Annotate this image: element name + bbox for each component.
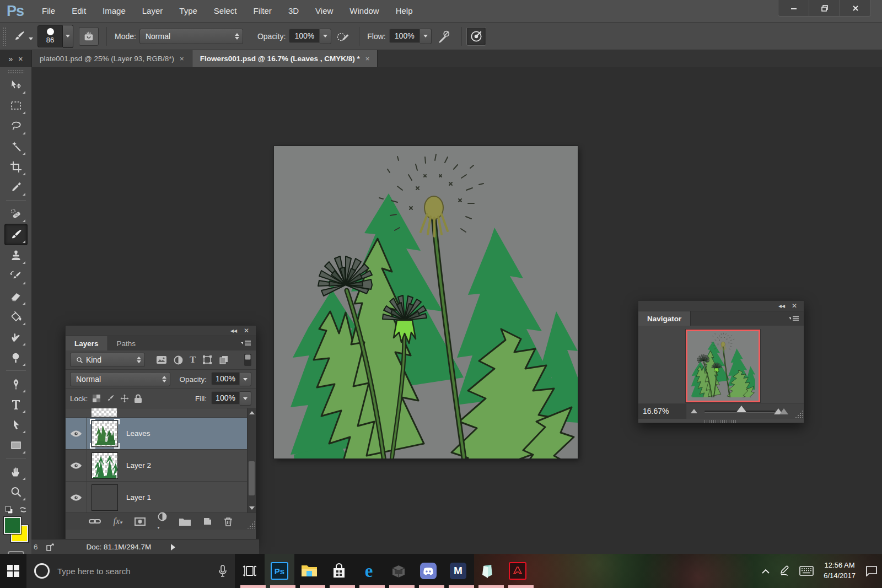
taskbar-icon-store[interactable] [324, 554, 354, 588]
eyedropper-tool[interactable] [5, 177, 27, 197]
visibility-cell[interactable] [66, 450, 87, 481]
menu-3d[interactable]: 3D [280, 0, 307, 22]
type-tool[interactable] [5, 394, 27, 414]
new-adjustment-layer-icon[interactable]: ▾ [158, 512, 167, 531]
magic-wand-tool[interactable] [5, 136, 27, 157]
opacity-value[interactable]: 100% [289, 29, 320, 43]
document-tab-active[interactable]: Flowers001.psd @ 16.7% (Leaves , CMYK/8)… [192, 50, 378, 67]
start-button[interactable] [0, 554, 26, 588]
close-button[interactable] [840, 0, 870, 16]
tab-close-icon[interactable]: × [365, 55, 370, 63]
layer-thumbnail[interactable] [92, 420, 118, 447]
path-selection-tool[interactable] [5, 414, 27, 435]
layers-scrollbar[interactable] [247, 408, 256, 513]
layer-name[interactable]: Layer 1 [126, 493, 151, 501]
document-tab-inactive[interactable]: plate001.psd @ 25% (Layer 93, RGB/8*) × [32, 50, 192, 67]
delete-layer-icon[interactable] [224, 517, 233, 526]
zoom-tool[interactable] [5, 482, 27, 502]
layers-panel-header[interactable]: ◂◂ ✕ [66, 326, 256, 336]
brush-size-caret[interactable] [63, 25, 73, 48]
taskbar-clock[interactable]: 12:56 AM 6/14/2017 [824, 560, 856, 581]
layer-style-fx-icon[interactable]: fx▾ [113, 516, 122, 526]
layer-row-layer2[interactable]: Layer 2 [66, 450, 248, 482]
task-view-button[interactable] [235, 554, 265, 588]
panel-menu-icon[interactable] [240, 339, 251, 347]
menu-help[interactable]: Help [388, 0, 421, 22]
opacity-caret[interactable] [320, 29, 331, 44]
menu-filter[interactable]: Filter [245, 0, 280, 22]
new-layer-icon[interactable] [203, 517, 212, 526]
layer-thumbnail[interactable] [92, 452, 118, 479]
pressure-size-icon[interactable] [466, 27, 486, 46]
new-group-icon[interactable] [179, 517, 191, 526]
menu-edit[interactable]: Edit [63, 0, 94, 22]
fill-caret[interactable] [240, 391, 251, 406]
rectangular-marquee-tool[interactable] [5, 95, 27, 116]
add-layer-mask-icon[interactable] [135, 517, 146, 526]
slider-thumb[interactable] [736, 406, 746, 412]
blend-mode-select[interactable]: Normal [139, 29, 243, 44]
swap-colors-icon[interactable] [19, 505, 28, 515]
minimize-button[interactable] [778, 0, 809, 16]
share-export-icon[interactable] [46, 543, 56, 552]
tray-pen-icon[interactable] [779, 565, 789, 576]
rectangle-tool[interactable] [5, 435, 27, 455]
lasso-tool[interactable] [5, 116, 27, 136]
fill-value[interactable]: 100% [211, 391, 240, 404]
lock-position-icon[interactable] [120, 393, 130, 403]
taskbar-icon-edge[interactable]: e [354, 554, 384, 588]
filter-type-layers-icon[interactable]: T [190, 354, 196, 365]
dock-close-icon[interactable]: × [18, 55, 23, 63]
spot-healing-brush-tool[interactable] [5, 203, 27, 224]
collapse-panel-icon[interactable]: ◂◂ [230, 327, 237, 335]
action-center-icon[interactable] [865, 565, 878, 576]
filter-toggle-switch[interactable] [244, 354, 251, 366]
taskbar-icon-photoshop[interactable]: Ps [265, 554, 294, 588]
tab-layers[interactable]: Layers [66, 336, 108, 350]
panel-resize-grip[interactable] [795, 410, 803, 418]
default-colors-icon[interactable] [4, 505, 14, 515]
filter-adjustment-layers-icon[interactable] [174, 355, 183, 365]
taskbar-search[interactable] [26, 554, 235, 588]
filter-shape-layers-icon[interactable] [202, 355, 212, 365]
layer-name[interactable]: Layer 2 [126, 461, 151, 470]
navigator-proxy-view[interactable] [686, 330, 760, 402]
dodge-tool[interactable] [5, 347, 27, 368]
brush-preset-caret[interactable] [29, 37, 33, 40]
status-expand-icon[interactable] [171, 544, 175, 551]
tab-navigator[interactable]: Navigator [638, 311, 691, 326]
visibility-cell[interactable] [66, 482, 87, 513]
brush-tool-preset-icon[interactable] [10, 28, 29, 45]
options-grip[interactable] [2, 27, 7, 46]
lock-transparency-icon[interactable] [92, 394, 101, 403]
brush-tool[interactable] [4, 224, 28, 245]
panel-menu-icon[interactable] [788, 315, 799, 322]
brush-size-preview[interactable]: 86 [37, 25, 63, 47]
zoom-in-icon[interactable] [774, 408, 788, 414]
tray-touch-keyboard-icon[interactable] [799, 566, 814, 576]
taskbar-icon-acrobat[interactable] [503, 554, 533, 588]
flow-value[interactable]: 100% [389, 29, 420, 43]
taskbar-icon-file-explorer[interactable] [294, 554, 324, 588]
lock-all-icon[interactable] [134, 394, 142, 403]
eraser-tool[interactable] [5, 286, 27, 306]
menu-layer[interactable]: Layer [134, 0, 171, 22]
tray-chevron-up-icon[interactable] [762, 569, 770, 574]
paint-bucket-tool[interactable] [5, 306, 27, 327]
layer-opacity-value[interactable]: 100% [211, 372, 240, 385]
navigator-zoom-slider[interactable] [704, 411, 775, 412]
layer-thumbnail[interactable] [92, 484, 118, 511]
zoom-field-clipped[interactable]: 6 [34, 543, 38, 551]
close-panel-icon[interactable]: ✕ [792, 302, 797, 310]
layer-blend-mode-select[interactable]: Normal [70, 372, 170, 386]
taskbar-icon-3d-app[interactable] [384, 554, 413, 588]
pen-tool[interactable] [5, 374, 27, 394]
filter-kind-select[interactable]: Kind [70, 353, 145, 367]
tab-paths[interactable]: Paths [108, 336, 145, 350]
tab-overflow-icon[interactable]: » [9, 55, 13, 63]
panel-resize-grip[interactable] [247, 521, 255, 528]
layer-opacity-caret[interactable] [240, 372, 251, 386]
clone-stamp-tool[interactable] [5, 245, 27, 266]
layer-row-partial[interactable] [66, 408, 256, 418]
menu-file[interactable]: File [34, 0, 63, 22]
